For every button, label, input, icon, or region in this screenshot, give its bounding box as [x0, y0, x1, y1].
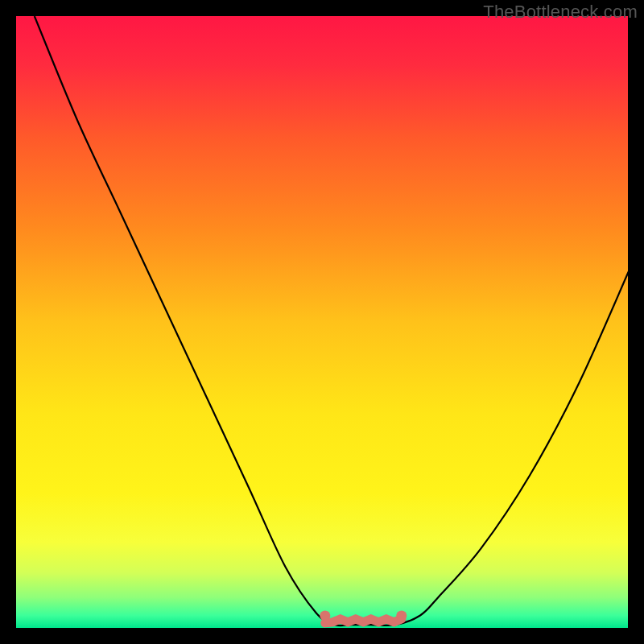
optimal-range-dot [396, 610, 407, 621]
bottleneck-chart [16, 16, 628, 628]
watermark-text: TheBottleneck.com [483, 2, 638, 23]
optimal-range-dot [320, 610, 330, 621]
optimal-range-marker [325, 619, 402, 623]
gradient-background [16, 16, 628, 628]
